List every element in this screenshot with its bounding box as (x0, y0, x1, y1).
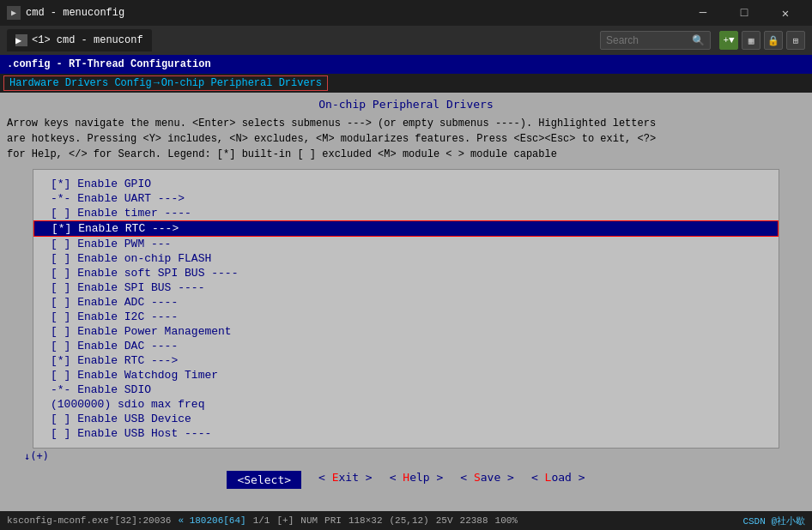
hotkey-exit: E (332, 471, 339, 484)
config-title: .config - RT-Thread Configuration (7, 58, 211, 70)
menu-item-softSpi[interactable]: [ ] Enable soft SPI BUS ---- (33, 266, 779, 280)
status-pct: 100% (495, 515, 518, 526)
section-title: On-chip Peripheral Drivers (7, 98, 805, 111)
menu-item-gpio[interactable]: [*] Enable GPIO (33, 177, 779, 191)
menu-item-i2c[interactable]: [ ] Enable I2C ---- (33, 310, 779, 324)
tab-label: <1> cmd - menuconf (32, 34, 143, 46)
close-button[interactable]: ✕ (766, 0, 805, 26)
title-bar-controls: ─ □ ✕ (683, 0, 805, 26)
info-line-1: Arrow keys navigate the menu. <Enter> se… (7, 116, 805, 131)
bottom-label-save[interactable]: < Save > (460, 471, 514, 489)
breadcrumb-box: Hardware Drivers Config → On-chip Periph… (3, 75, 328, 91)
bottom-label-exit[interactable]: < Exit > (318, 471, 373, 489)
status-plus: [+] (276, 515, 294, 526)
main-content: On-chip Peripheral Drivers Arrow keys na… (0, 93, 812, 511)
menu-item-sdio[interactable]: -*- Enable SDIO (33, 382, 779, 397)
status-process: ksconfig-mconf.exe*[32]:20036 (7, 515, 171, 526)
status-percent: 22388 (460, 515, 488, 526)
more-indicator: ↓(+) (7, 449, 805, 464)
menu-item-watchdog[interactable]: [ ] Enable Watchdog Timer (33, 368, 779, 382)
tab-bar: ▶ <1> cmd - menuconf 🔍 +▼ ▦ 🔒 ⊞ (0, 26, 812, 55)
menu-item-usbHost[interactable]: [ ] Enable USB Host ---- (33, 426, 779, 441)
menu-item-spiBus[interactable]: [ ] Enable SPI BUS ---- (33, 280, 779, 295)
status-watermark: CSDN @社小歇 (742, 515, 805, 527)
search-box[interactable]: 🔍 (600, 31, 711, 50)
config-bar: .config - RT-Thread Configuration (0, 55, 812, 74)
menu-item-timer[interactable]: [ ] Enable timer ---- (33, 206, 779, 220)
breadcrumb-arrow: → (154, 77, 160, 89)
hotkey-help: H (403, 471, 409, 484)
view-btn[interactable]: ▦ (742, 31, 760, 50)
menu-item-adc[interactable]: [ ] Enable ADC ---- (33, 295, 779, 310)
search-icon: 🔍 (692, 34, 705, 47)
maximize-button[interactable]: □ (724, 0, 764, 26)
lock-icon: 🔒 (764, 31, 783, 50)
status-coords: (25,12) (390, 515, 429, 526)
bottom-bar: <Select>< Exit >< Help >< Save >< Load > (7, 464, 805, 496)
menu-item-rtc[interactable]: [*] Enable RTC ---> (33, 220, 779, 237)
status-fraction: 1/1 (253, 515, 270, 526)
menu-item-usbDev[interactable]: [ ] Enable USB Device (33, 412, 779, 426)
breadcrumb-part-2: On-chip Peripheral Drivers (161, 77, 322, 89)
minimize-button[interactable]: ─ (683, 0, 723, 26)
status-mode: NUM (300, 515, 318, 526)
menu-box: [*] Enable GPIO-*- Enable UART --->[ ] E… (33, 169, 779, 449)
menu-item-flash[interactable]: [ ] Enable on-chip FLASH (33, 251, 779, 266)
hotkey-load: L (545, 471, 552, 484)
info-text: Arrow keys navigate the menu. <Enter> se… (7, 116, 805, 162)
menu-item-dac[interactable]: [ ] Enable DAC ---- (33, 339, 779, 353)
menu-item-uart[interactable]: -*- Enable UART ---> (33, 191, 779, 206)
status-bar: ksconfig-mconf.exe*[32]:20036 « 180206[6… (0, 511, 812, 530)
status-priority: PRI (324, 515, 342, 526)
breadcrumb-part-1: Hardware Drivers Config (9, 77, 152, 89)
app-icon: ▶ (7, 6, 21, 20)
new-tab-btn[interactable]: +▼ (719, 31, 738, 50)
info-line-3: for Help, </> for Search. Legend: [*] bu… (7, 147, 805, 162)
title-bar-text: cmd - menuconfig (26, 7, 683, 19)
menu-item-power[interactable]: [ ] Enable Power Management (33, 324, 779, 339)
tab-item-active[interactable]: ▶ <1> cmd - menuconf (7, 29, 152, 51)
window-frame: ▶ cmd - menuconfig ─ □ ✕ ▶ <1> cmd - men… (0, 0, 812, 530)
hotkey-save: S (474, 471, 481, 484)
bottom-label-help[interactable]: < Help > (390, 471, 444, 489)
extra-btn[interactable]: ⊞ (786, 31, 805, 50)
search-input[interactable] (606, 34, 692, 46)
title-bar: ▶ cmd - menuconfig ─ □ ✕ (0, 0, 812, 26)
bottom-label-load[interactable]: < Load > (531, 471, 585, 489)
status-size: 118×32 (348, 515, 383, 526)
status-zoom: 25V (436, 515, 453, 526)
tab-icon: ▶ (15, 34, 27, 46)
menu-item-sdiofreq[interactable]: (1000000) sdio max freq (33, 397, 779, 412)
breadcrumb-bar: Hardware Drivers Config → On-chip Periph… (0, 74, 812, 93)
toolbar-icons: +▼ ▦ 🔒 ⊞ (719, 31, 805, 50)
bottom-btn-select[interactable]: <Select> (227, 471, 301, 489)
menu-item-pwm[interactable]: [ ] Enable PWM --- (33, 237, 779, 251)
status-position: « 180206[64] (178, 515, 245, 526)
menu-item-rtc2[interactable]: [*] Enable RTC ---> (33, 353, 779, 368)
info-line-2: are hotkeys. Pressing <Y> includes, <N> … (7, 131, 805, 147)
